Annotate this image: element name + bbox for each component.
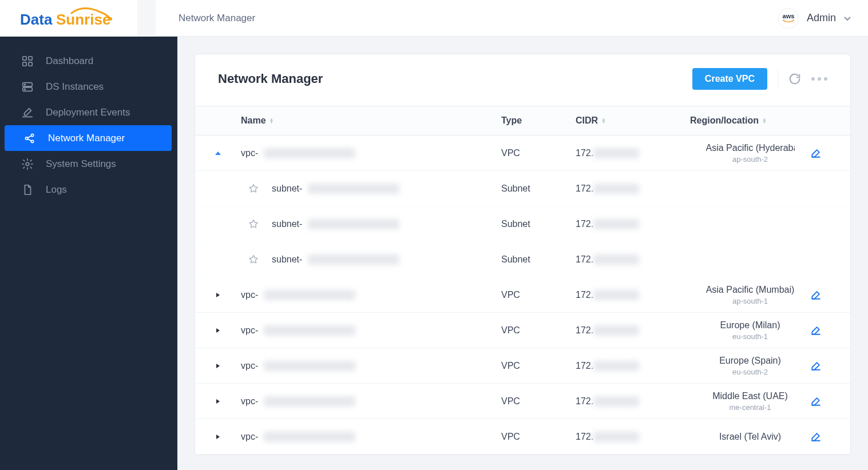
sidebar-item-logs[interactable]: Logs (2, 177, 171, 202)
logo[interactable]: Data Sunrise (0, 0, 137, 37)
redacted-text (593, 254, 639, 265)
refresh-icon[interactable] (788, 73, 801, 85)
divider (778, 69, 778, 89)
subrow-cidr-prefix: 172. (576, 254, 593, 265)
row-cidr-prefix: 172. (576, 290, 593, 300)
star-icon[interactable] (241, 218, 266, 230)
user-name-label: Admin (807, 12, 836, 24)
subrow-name-prefix: subnet- (272, 219, 302, 229)
row-region-name: Middle East (UAE) (712, 391, 788, 401)
sort-icon: ▲▼ (601, 118, 606, 124)
row-region-name: Israel (Tel Aviv) (719, 432, 781, 442)
sidebar-item-label: Dashboard (46, 55, 93, 67)
edit-icon[interactable] (810, 148, 822, 159)
sidebar-item-network-manager[interactable]: Network Manager (5, 125, 172, 151)
row-cidr-prefix: 172. (576, 361, 593, 371)
subrow-type: Subnet (501, 219, 576, 229)
row-cidr-prefix: 172. (576, 432, 593, 442)
row-type: VPC (501, 290, 576, 300)
redacted-text (593, 219, 639, 229)
redacted-text (593, 148, 639, 158)
row-cidr-prefix: 172. (576, 148, 593, 158)
row-region-code: me-central-1 (730, 403, 771, 412)
sidebar-item-dashboard[interactable]: Dashboard (2, 48, 171, 74)
row-name-prefix: vpc- (241, 432, 258, 442)
row-region-name: Europe (Milan) (720, 320, 780, 330)
sidebar-item-label: Network Manager (48, 133, 125, 144)
redacted-text (593, 361, 639, 371)
table-row: vpc- VPC 172. Asia Pacific (Mumbai) ap-s… (195, 277, 850, 313)
redacted-text (264, 361, 355, 371)
main-content: Network Manager Create VPC Name ▲▼ (177, 37, 868, 470)
row-name-prefix: vpc- (241, 325, 258, 336)
share-icon (22, 132, 38, 145)
sort-icon: ▲▼ (762, 118, 767, 124)
chevron-down-icon (844, 14, 851, 23)
sidebar-item-label: DS Instances (46, 81, 104, 93)
pencil-line-icon (19, 106, 35, 119)
user-menu[interactable]: aws Admin (778, 8, 868, 29)
star-icon[interactable] (241, 254, 266, 265)
col-name[interactable]: Name ▲▼ (241, 115, 501, 126)
row-cidr-prefix: 172. (576, 396, 593, 407)
row-region-code: eu-south-1 (732, 332, 768, 341)
row-name-prefix: vpc- (241, 290, 258, 300)
row-region-name: Europe (Spain) (719, 356, 781, 366)
row-region-code: ap-south-2 (732, 155, 768, 164)
table-header: Name ▲▼ Type CIDR ▲▼ Region/location ▲▼ (195, 106, 850, 136)
redacted-text (593, 290, 639, 300)
edit-icon[interactable] (810, 325, 822, 336)
star-icon[interactable] (241, 183, 266, 194)
redacted-text (308, 219, 399, 229)
create-vpc-button[interactable]: Create VPC (692, 68, 767, 90)
sidebar-item-system-settings[interactable]: System Settings (2, 151, 171, 177)
col-type[interactable]: Type (501, 115, 576, 126)
redacted-text (593, 184, 639, 194)
row-region-code: ap-south-1 (732, 297, 768, 305)
row-type: VPC (501, 325, 576, 336)
subrow-type: Subnet (501, 184, 576, 194)
page-breadcrumb-title: Network Manager (156, 13, 778, 24)
topbar: Data Sunrise Network Manager aws Admin (0, 0, 868, 37)
row-region-code: eu-south-2 (732, 368, 768, 376)
redacted-text (593, 396, 639, 407)
subrow-name-prefix: subnet- (272, 184, 302, 194)
redacted-text (264, 148, 355, 158)
col-cidr[interactable]: CIDR ▲▼ (576, 115, 690, 126)
subrow-type: Subnet (501, 254, 576, 265)
redacted-text (308, 184, 399, 194)
row-cidr-prefix: 172. (576, 325, 593, 336)
sidebar-item-deployment-events[interactable]: Deployment Events (2, 99, 171, 125)
expand-toggle-icon[interactable] (195, 434, 241, 440)
sidebar-item-ds-instances[interactable]: DS Instances (2, 74, 171, 99)
col-region[interactable]: Region/location ▲▼ (690, 115, 810, 126)
redacted-text (264, 325, 355, 336)
table-row: vpc- VPC 172. Asia Pacific (Hyderabad) a… (195, 136, 850, 171)
expand-toggle-icon[interactable] (195, 292, 241, 298)
edit-icon[interactable] (810, 289, 822, 301)
subrow-cidr-prefix: 172. (576, 184, 593, 194)
row-name-prefix: vpc- (241, 148, 258, 158)
edit-icon[interactable] (810, 396, 822, 407)
table-row: vpc- VPC 172. Middle East (UAE) me-centr… (195, 384, 850, 419)
subrow-cidr-prefix: 172. (576, 219, 593, 229)
more-actions-icon[interactable] (811, 77, 827, 81)
table-row: vpc- VPC 172. Israel (Tel Aviv) (195, 419, 850, 455)
edit-icon[interactable] (810, 431, 822, 443)
expand-toggle-icon[interactable] (195, 399, 241, 404)
server-icon (19, 81, 35, 93)
row-name-prefix: vpc- (241, 361, 258, 371)
sidebar-collapse-handle[interactable] (137, 0, 156, 37)
redacted-text (264, 290, 355, 300)
row-type: VPC (501, 396, 576, 407)
redacted-text (593, 325, 639, 336)
expand-toggle-icon[interactable] (195, 328, 241, 333)
redacted-text (593, 432, 639, 442)
panel-title: Network Manager (218, 71, 323, 86)
edit-icon[interactable] (810, 360, 822, 372)
expand-toggle-icon[interactable] (195, 363, 241, 369)
svg-text:Data: Data (20, 11, 53, 28)
expand-toggle-icon[interactable] (195, 150, 241, 156)
table-row: vpc- VPC 172. Europe (Milan) eu-south-1 (195, 313, 850, 348)
network-manager-panel: Network Manager Create VPC Name ▲▼ (195, 54, 851, 455)
